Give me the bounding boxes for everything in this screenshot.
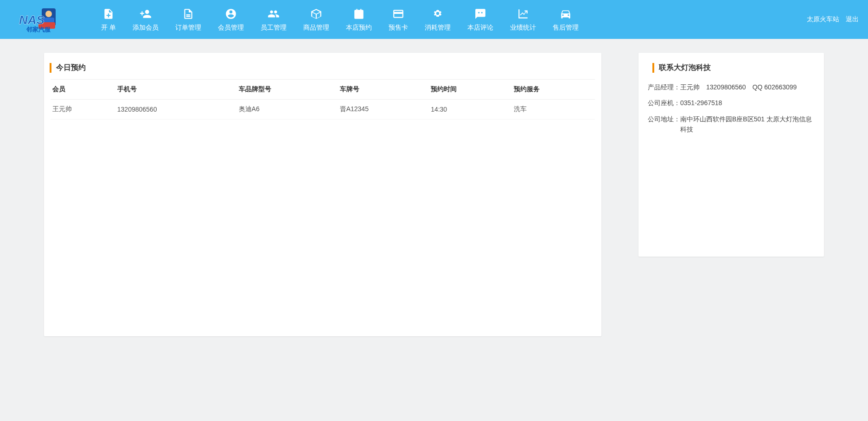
nav-label: 预售卡 [389,24,408,32]
pm-value: 王元帅 13209806560 QQ 602663099 [680,82,815,92]
contact-panel: 联系大灯泡科技 产品经理： 王元帅 13209806560 QQ 6026630… [638,53,824,257]
member-icon [225,7,237,21]
col-car-model: 车品牌型号 [237,80,338,100]
file-plus-icon [102,7,115,21]
nav-presale-card[interactable]: 预售卡 [380,7,416,32]
card-icon [392,7,404,21]
nav-comments[interactable]: 本店评论 [459,7,502,32]
cell-service: 洗车 [512,100,595,119]
logout-link[interactable]: 退出 [846,15,859,24]
nav-label: 订单管理 [175,24,201,32]
phone-label: 公司座机： [648,98,680,108]
comment-icon [474,7,486,21]
nav-label: 本店预约 [346,24,372,32]
col-service: 预约服务 [512,80,595,100]
nav-consume-manage[interactable]: 消耗管理 [416,7,459,32]
nav-add-member[interactable]: 添加会员 [124,7,167,32]
address-value: 南中环山西软件园B座B区501 太原大灯泡信息科技 [680,114,815,135]
nav-product-manage[interactable]: 商品管理 [295,7,338,32]
main-nav: 开 单 添加会员 订单管理 会员管理 员工管理 商品管理 本店预约 预售卡 [93,7,807,32]
pm-label: 产品经理： [648,82,680,92]
nav-label: 会员管理 [218,24,244,32]
appointments-panel: 今日预约 会员 手机号 车品牌型号 车牌号 预约时间 预约服务 王元帅 1320… [44,53,601,336]
phone-value: 0351-2967518 [680,98,815,108]
product-icon [310,7,322,21]
table-row[interactable]: 王元帅 13209806560 奥迪A6 晋A12345 14:30 洗车 [51,100,595,119]
svg-point-1 [45,11,52,17]
nav-label: 添加会员 [133,24,159,32]
app-header: NAS邻家汽服 开 单 添加会员 订单管理 会员管理 员工管理 商品管理 本 [0,0,868,39]
nav-order-manage[interactable]: 订单管理 [167,7,210,32]
nav-label: 商品管理 [303,24,329,32]
cell-plate: 晋A12345 [338,100,429,119]
consume-icon [432,7,444,21]
aftersale-icon [560,7,572,21]
nav-label: 业绩统计 [510,24,536,32]
info-row-phone: 公司座机： 0351-2967518 [648,95,815,111]
info-row-address: 公司地址： 南中环山西软件园B座B区501 太原大灯泡信息科技 [648,111,815,138]
nav-reservation[interactable]: 本店预约 [338,7,380,32]
nav-label: 售后管理 [553,24,579,32]
stats-icon [517,7,529,21]
col-member: 会员 [51,80,115,100]
address-label: 公司地址： [648,114,680,135]
cell-time: 14:30 [429,100,512,119]
header-right: 太原火车站 退出 [807,15,859,24]
svg-text:NAS: NAS [19,13,45,27]
app-logo[interactable]: NAS邻家汽服 [14,3,74,36]
nav-label: 本店评论 [467,24,493,32]
panel-title-contact: 联系大灯泡科技 [652,63,805,73]
station-name[interactable]: 太原火车站 [807,15,839,24]
nav-stats[interactable]: 业绩统计 [502,7,544,32]
col-time: 预约时间 [429,80,512,100]
cell-car-model: 奥迪A6 [237,100,338,119]
col-phone: 手机号 [115,80,237,100]
panel-title-appointments: 今日预约 [50,63,592,73]
col-plate: 车牌号 [338,80,429,100]
reservation-icon [353,7,365,21]
staff-icon [268,7,280,21]
info-row-pm: 产品经理： 王元帅 13209806560 QQ 602663099 [648,79,815,95]
svg-text:邻家汽服: 邻家汽服 [26,26,51,33]
table-header-row: 会员 手机号 车品牌型号 车牌号 预约时间 预约服务 [51,80,595,100]
user-plus-icon [140,7,152,21]
order-icon [182,7,194,21]
cell-member: 王元帅 [51,100,115,119]
nav-open-order[interactable]: 开 单 [93,7,124,32]
nav-label: 员工管理 [261,24,287,32]
cell-phone: 13209806560 [115,100,237,119]
appointments-table: 会员 手机号 车品牌型号 车牌号 预约时间 预约服务 王元帅 132098065… [51,80,595,119]
nav-label: 开 单 [101,24,116,32]
nav-label: 消耗管理 [425,24,451,32]
main-container: 今日预约 会员 手机号 车品牌型号 车牌号 预约时间 预约服务 王元帅 1320… [0,39,868,350]
nav-member-manage[interactable]: 会员管理 [210,7,252,32]
nav-aftersale[interactable]: 售后管理 [544,7,587,32]
nav-staff-manage[interactable]: 员工管理 [252,7,295,32]
